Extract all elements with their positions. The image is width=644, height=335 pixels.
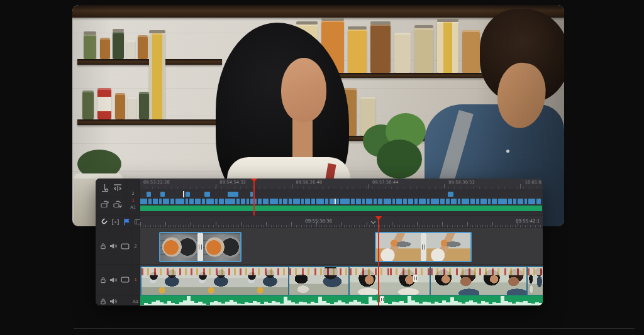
clip-thumbnail bbox=[203, 233, 240, 261]
overview-clip bbox=[448, 192, 453, 197]
clip-thumbnail bbox=[431, 267, 479, 295]
ripple-video-icon[interactable] bbox=[99, 199, 110, 209]
playhead-timecode: 09:55:38:36 bbox=[305, 219, 332, 224]
overview-clip bbox=[247, 199, 249, 204]
overview-track-video2[interactable] bbox=[140, 192, 542, 197]
bottom-divider bbox=[74, 328, 635, 329]
chevron-down-icon[interactable] bbox=[370, 221, 376, 224]
clip-thumbnail bbox=[390, 267, 430, 295]
track-video2-lane[interactable] bbox=[140, 228, 543, 265]
waveform-bar bbox=[539, 303, 543, 305]
snap-magnet-icon[interactable] bbox=[100, 218, 108, 226]
overview-clip bbox=[283, 199, 287, 204]
overview-clip bbox=[403, 199, 407, 204]
track-label-video2[interactable]: 2 bbox=[131, 244, 140, 249]
overview-clip bbox=[160, 192, 165, 197]
overview-clip bbox=[279, 199, 282, 204]
audio-waveform bbox=[140, 295, 543, 305]
flag-icon[interactable] bbox=[123, 218, 130, 226]
overview-clip bbox=[470, 199, 475, 204]
monitor-icon[interactable] bbox=[121, 243, 130, 250]
overview-clip bbox=[140, 199, 147, 204]
overview-clip bbox=[301, 199, 304, 204]
through-edit-marker[interactable] bbox=[380, 296, 384, 302]
overview-clip bbox=[228, 192, 238, 197]
overview-clip bbox=[148, 199, 152, 204]
lock-icon[interactable] bbox=[100, 298, 106, 305]
overview-clip bbox=[498, 199, 507, 204]
through-edit-marker[interactable] bbox=[413, 275, 418, 282]
overview-tool-panel: 2 1 A1 bbox=[96, 178, 140, 216]
overview-clip bbox=[204, 192, 210, 197]
timeline-clip-pans[interactable] bbox=[159, 232, 242, 262]
overview-timecode: 10:01:02:56 bbox=[525, 180, 543, 185]
track-label-audio1[interactable]: A1 bbox=[131, 299, 140, 304]
overview-clip bbox=[458, 199, 460, 204]
lock-icon[interactable] bbox=[100, 243, 106, 250]
clip-thumbnail bbox=[528, 267, 543, 295]
timeline-clip-duo[interactable] bbox=[430, 266, 528, 296]
track-label-video1[interactable]: 1 bbox=[131, 277, 140, 282]
trim-edit-icon[interactable] bbox=[112, 183, 123, 193]
overview-playhead[interactable] bbox=[253, 178, 255, 216]
overview-clip bbox=[431, 199, 439, 204]
overview-clip bbox=[440, 199, 445, 204]
overview-clip bbox=[356, 199, 361, 204]
overview-clip bbox=[513, 199, 516, 204]
overview-clip bbox=[492, 199, 497, 204]
lock-icon[interactable] bbox=[100, 277, 106, 283]
overview-clip bbox=[175, 199, 184, 204]
timeline-ruler[interactable]: 09:55:38:36 09:55:42:1 bbox=[140, 216, 543, 228]
overview-clip bbox=[289, 199, 292, 204]
overview-ruler[interactable]: 09:53:22:2809:54:54:3209:56:26:4009:57:5… bbox=[140, 178, 542, 189]
speaker-icon[interactable] bbox=[109, 277, 118, 283]
overview-clip bbox=[159, 199, 162, 204]
overview-clip bbox=[362, 199, 365, 204]
timeline-clip-close[interactable] bbox=[288, 266, 350, 296]
overview-clip bbox=[525, 199, 527, 204]
timeline-playhead[interactable] bbox=[378, 216, 379, 305]
overview-clip bbox=[384, 199, 391, 204]
overview-track-audio1[interactable] bbox=[140, 206, 542, 211]
clip-thumbnail bbox=[426, 233, 471, 261]
overview-clip bbox=[316, 199, 324, 204]
timeline-clip-wide[interactable] bbox=[140, 266, 290, 296]
timeline-main: 2 1 A1 09:55:38:36 09:55:42:1 bbox=[96, 216, 543, 305]
overview-clip bbox=[163, 199, 169, 204]
track-video1-lane[interactable] bbox=[140, 265, 543, 295]
overview-marker bbox=[335, 199, 336, 204]
overview-clip bbox=[488, 199, 491, 204]
timeline-clip-close[interactable] bbox=[526, 266, 543, 296]
marker-brackets-icon[interactable] bbox=[111, 219, 119, 226]
track-header-video2: 2 bbox=[96, 228, 140, 265]
overview-timecode: 09:56:26:40 bbox=[296, 180, 323, 185]
divider bbox=[126, 178, 127, 216]
timeline-toolbar bbox=[96, 216, 140, 228]
timeline-lanes[interactable]: 09:55:38:36 09:55:42:1 bbox=[140, 216, 543, 305]
overview-clip bbox=[225, 199, 235, 204]
overview-clip bbox=[195, 199, 201, 204]
split-clip-icon[interactable] bbox=[99, 183, 110, 193]
overview-clip bbox=[311, 199, 315, 204]
overview-track-video1[interactable] bbox=[140, 199, 542, 204]
track-audio1-lane[interactable] bbox=[140, 295, 543, 305]
overview-clip bbox=[414, 199, 418, 204]
speaker-icon[interactable] bbox=[109, 298, 118, 305]
overview-clip bbox=[536, 199, 541, 204]
timeline-clip-portrait[interactable] bbox=[348, 266, 431, 296]
overview-clip bbox=[258, 199, 262, 204]
overview-timecode: 09:53:22:28 bbox=[143, 180, 170, 185]
through-edit-divider bbox=[421, 233, 426, 261]
track-header-column: 2 1 A1 bbox=[96, 216, 140, 305]
overview-clip bbox=[186, 192, 190, 197]
overview-clip bbox=[219, 199, 224, 204]
speaker-icon[interactable] bbox=[109, 243, 118, 250]
clip-thumbnail bbox=[142, 267, 191, 295]
overview-lanes[interactable]: 09:53:22:2809:54:54:3209:56:26:4009:57:5… bbox=[140, 178, 542, 216]
timeline-overview[interactable]: 09:53:22:2809:54:54:3209:56:26:4009:57:5… bbox=[96, 178, 543, 216]
timeline-clip-plating[interactable] bbox=[375, 232, 472, 262]
ripple-audio-icon[interactable] bbox=[112, 199, 123, 209]
monitor-icon[interactable] bbox=[121, 277, 130, 283]
overview-clip bbox=[153, 199, 158, 204]
overview-clip bbox=[189, 199, 194, 204]
